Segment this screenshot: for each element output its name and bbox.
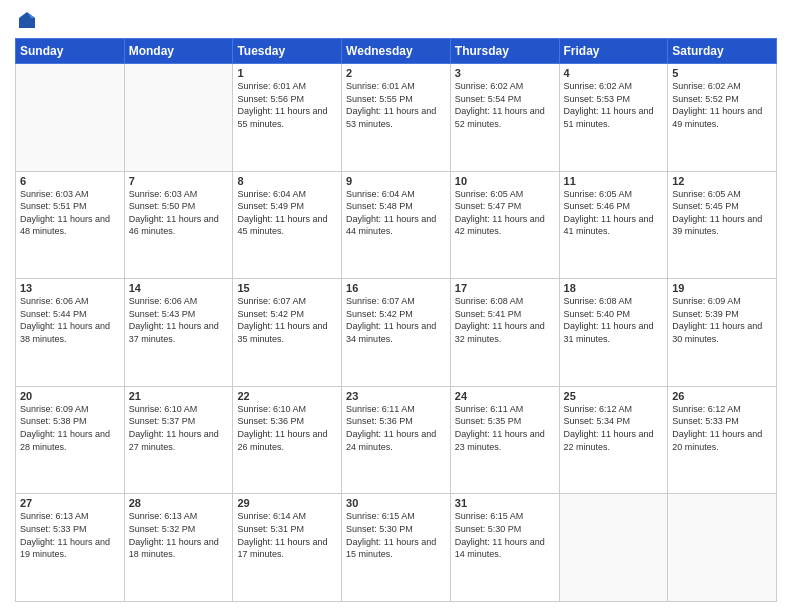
day-header-sunday: Sunday	[16, 39, 125, 64]
cell-day-number: 16	[346, 282, 446, 294]
cell-day-number: 14	[129, 282, 229, 294]
cell-info: Sunrise: 6:01 AMSunset: 5:56 PMDaylight:…	[237, 80, 337, 130]
cell-info: Sunrise: 6:13 AMSunset: 5:32 PMDaylight:…	[129, 510, 229, 560]
cell-day-number: 2	[346, 67, 446, 79]
cell-day-number: 21	[129, 390, 229, 402]
day-header-tuesday: Tuesday	[233, 39, 342, 64]
day-header-saturday: Saturday	[668, 39, 777, 64]
day-header-wednesday: Wednesday	[342, 39, 451, 64]
cell-day-number: 17	[455, 282, 555, 294]
calendar-cell: 20Sunrise: 6:09 AMSunset: 5:38 PMDayligh…	[16, 386, 125, 494]
cell-info: Sunrise: 6:09 AMSunset: 5:38 PMDaylight:…	[20, 403, 120, 453]
calendar-cell: 26Sunrise: 6:12 AMSunset: 5:33 PMDayligh…	[668, 386, 777, 494]
cell-info: Sunrise: 6:15 AMSunset: 5:30 PMDaylight:…	[455, 510, 555, 560]
week-row-1: 1Sunrise: 6:01 AMSunset: 5:56 PMDaylight…	[16, 64, 777, 172]
calendar-header: SundayMondayTuesdayWednesdayThursdayFrid…	[16, 39, 777, 64]
cell-info: Sunrise: 6:10 AMSunset: 5:37 PMDaylight:…	[129, 403, 229, 453]
cell-day-number: 8	[237, 175, 337, 187]
cell-info: Sunrise: 6:01 AMSunset: 5:55 PMDaylight:…	[346, 80, 446, 130]
cell-info: Sunrise: 6:05 AMSunset: 5:46 PMDaylight:…	[564, 188, 664, 238]
cell-info: Sunrise: 6:04 AMSunset: 5:48 PMDaylight:…	[346, 188, 446, 238]
cell-day-number: 3	[455, 67, 555, 79]
calendar-cell: 9Sunrise: 6:04 AMSunset: 5:48 PMDaylight…	[342, 171, 451, 279]
calendar-cell: 22Sunrise: 6:10 AMSunset: 5:36 PMDayligh…	[233, 386, 342, 494]
calendar-cell: 2Sunrise: 6:01 AMSunset: 5:55 PMDaylight…	[342, 64, 451, 172]
calendar-cell	[559, 494, 668, 602]
calendar-cell: 18Sunrise: 6:08 AMSunset: 5:40 PMDayligh…	[559, 279, 668, 387]
week-row-4: 20Sunrise: 6:09 AMSunset: 5:38 PMDayligh…	[16, 386, 777, 494]
calendar-cell: 11Sunrise: 6:05 AMSunset: 5:46 PMDayligh…	[559, 171, 668, 279]
cell-info: Sunrise: 6:05 AMSunset: 5:45 PMDaylight:…	[672, 188, 772, 238]
cell-day-number: 12	[672, 175, 772, 187]
cell-day-number: 30	[346, 497, 446, 509]
cell-day-number: 5	[672, 67, 772, 79]
cell-info: Sunrise: 6:05 AMSunset: 5:47 PMDaylight:…	[455, 188, 555, 238]
calendar-table: SundayMondayTuesdayWednesdayThursdayFrid…	[15, 38, 777, 602]
cell-info: Sunrise: 6:02 AMSunset: 5:54 PMDaylight:…	[455, 80, 555, 130]
cell-day-number: 13	[20, 282, 120, 294]
calendar-body: 1Sunrise: 6:01 AMSunset: 5:56 PMDaylight…	[16, 64, 777, 602]
cell-info: Sunrise: 6:11 AMSunset: 5:36 PMDaylight:…	[346, 403, 446, 453]
cell-info: Sunrise: 6:08 AMSunset: 5:41 PMDaylight:…	[455, 295, 555, 345]
calendar-cell: 8Sunrise: 6:04 AMSunset: 5:49 PMDaylight…	[233, 171, 342, 279]
cell-day-number: 1	[237, 67, 337, 79]
calendar-cell: 6Sunrise: 6:03 AMSunset: 5:51 PMDaylight…	[16, 171, 125, 279]
cell-info: Sunrise: 6:12 AMSunset: 5:34 PMDaylight:…	[564, 403, 664, 453]
cell-day-number: 11	[564, 175, 664, 187]
cell-day-number: 9	[346, 175, 446, 187]
week-row-3: 13Sunrise: 6:06 AMSunset: 5:44 PMDayligh…	[16, 279, 777, 387]
cell-day-number: 20	[20, 390, 120, 402]
cell-info: Sunrise: 6:02 AMSunset: 5:52 PMDaylight:…	[672, 80, 772, 130]
cell-info: Sunrise: 6:06 AMSunset: 5:43 PMDaylight:…	[129, 295, 229, 345]
calendar-cell: 23Sunrise: 6:11 AMSunset: 5:36 PMDayligh…	[342, 386, 451, 494]
day-header-friday: Friday	[559, 39, 668, 64]
logo	[15, 10, 37, 30]
calendar-cell: 7Sunrise: 6:03 AMSunset: 5:50 PMDaylight…	[124, 171, 233, 279]
calendar-cell: 19Sunrise: 6:09 AMSunset: 5:39 PMDayligh…	[668, 279, 777, 387]
calendar-cell: 24Sunrise: 6:11 AMSunset: 5:35 PMDayligh…	[450, 386, 559, 494]
cell-day-number: 15	[237, 282, 337, 294]
day-header-thursday: Thursday	[450, 39, 559, 64]
cell-day-number: 22	[237, 390, 337, 402]
calendar-cell: 31Sunrise: 6:15 AMSunset: 5:30 PMDayligh…	[450, 494, 559, 602]
cell-info: Sunrise: 6:14 AMSunset: 5:31 PMDaylight:…	[237, 510, 337, 560]
cell-info: Sunrise: 6:13 AMSunset: 5:33 PMDaylight:…	[20, 510, 120, 560]
calendar-cell: 12Sunrise: 6:05 AMSunset: 5:45 PMDayligh…	[668, 171, 777, 279]
calendar-cell: 29Sunrise: 6:14 AMSunset: 5:31 PMDayligh…	[233, 494, 342, 602]
calendar-cell: 30Sunrise: 6:15 AMSunset: 5:30 PMDayligh…	[342, 494, 451, 602]
cell-info: Sunrise: 6:09 AMSunset: 5:39 PMDaylight:…	[672, 295, 772, 345]
cell-day-number: 19	[672, 282, 772, 294]
cell-info: Sunrise: 6:10 AMSunset: 5:36 PMDaylight:…	[237, 403, 337, 453]
calendar-cell: 14Sunrise: 6:06 AMSunset: 5:43 PMDayligh…	[124, 279, 233, 387]
cell-info: Sunrise: 6:07 AMSunset: 5:42 PMDaylight:…	[346, 295, 446, 345]
calendar-cell: 13Sunrise: 6:06 AMSunset: 5:44 PMDayligh…	[16, 279, 125, 387]
cell-day-number: 4	[564, 67, 664, 79]
cell-info: Sunrise: 6:12 AMSunset: 5:33 PMDaylight:…	[672, 403, 772, 453]
week-row-5: 27Sunrise: 6:13 AMSunset: 5:33 PMDayligh…	[16, 494, 777, 602]
header-row: SundayMondayTuesdayWednesdayThursdayFrid…	[16, 39, 777, 64]
cell-info: Sunrise: 6:03 AMSunset: 5:51 PMDaylight:…	[20, 188, 120, 238]
cell-day-number: 7	[129, 175, 229, 187]
cell-info: Sunrise: 6:04 AMSunset: 5:49 PMDaylight:…	[237, 188, 337, 238]
calendar-cell: 17Sunrise: 6:08 AMSunset: 5:41 PMDayligh…	[450, 279, 559, 387]
calendar-cell	[668, 494, 777, 602]
cell-info: Sunrise: 6:15 AMSunset: 5:30 PMDaylight:…	[346, 510, 446, 560]
calendar-cell: 28Sunrise: 6:13 AMSunset: 5:32 PMDayligh…	[124, 494, 233, 602]
calendar-cell: 27Sunrise: 6:13 AMSunset: 5:33 PMDayligh…	[16, 494, 125, 602]
cell-day-number: 31	[455, 497, 555, 509]
week-row-2: 6Sunrise: 6:03 AMSunset: 5:51 PMDaylight…	[16, 171, 777, 279]
cell-info: Sunrise: 6:11 AMSunset: 5:35 PMDaylight:…	[455, 403, 555, 453]
day-header-monday: Monday	[124, 39, 233, 64]
cell-day-number: 10	[455, 175, 555, 187]
cell-info: Sunrise: 6:07 AMSunset: 5:42 PMDaylight:…	[237, 295, 337, 345]
cell-day-number: 25	[564, 390, 664, 402]
page: SundayMondayTuesdayWednesdayThursdayFrid…	[0, 0, 792, 612]
calendar-cell	[16, 64, 125, 172]
cell-day-number: 23	[346, 390, 446, 402]
cell-info: Sunrise: 6:02 AMSunset: 5:53 PMDaylight:…	[564, 80, 664, 130]
cell-info: Sunrise: 6:06 AMSunset: 5:44 PMDaylight:…	[20, 295, 120, 345]
calendar-cell: 3Sunrise: 6:02 AMSunset: 5:54 PMDaylight…	[450, 64, 559, 172]
cell-day-number: 6	[20, 175, 120, 187]
cell-day-number: 26	[672, 390, 772, 402]
calendar-cell: 16Sunrise: 6:07 AMSunset: 5:42 PMDayligh…	[342, 279, 451, 387]
